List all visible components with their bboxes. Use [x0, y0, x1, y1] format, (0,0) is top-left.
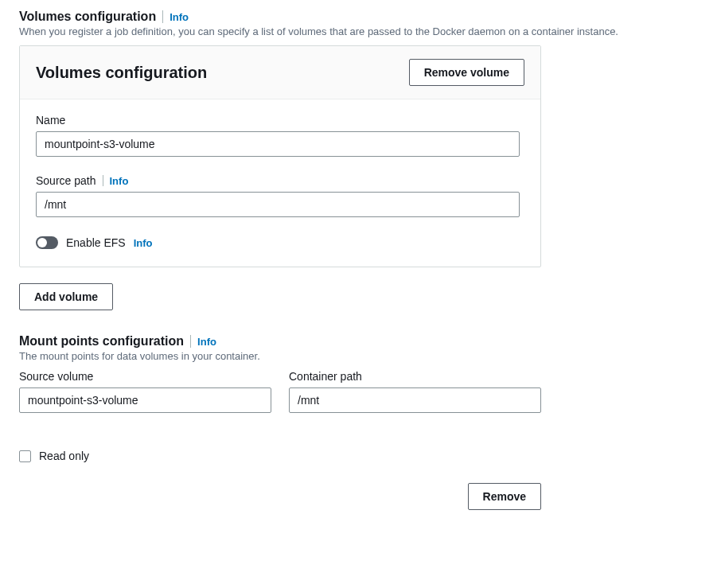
mount-fields-row: Source volume Container path [19, 370, 541, 413]
source-volume-input[interactable] [19, 387, 271, 413]
mount-title: Mount points configuration [19, 334, 184, 349]
divider [190, 335, 191, 348]
container-path-label: Container path [289, 370, 541, 383]
source-volume-field: Source volume [19, 370, 271, 413]
volume-panel-title: Volumes configuration [36, 64, 207, 82]
read-only-checkbox[interactable] [19, 450, 31, 462]
volume-source-path-input[interactable] [36, 192, 520, 217]
source-volume-label: Source volume [19, 370, 271, 383]
volume-panel-body: Name Source path Info Enable EFS Info [20, 99, 540, 267]
enable-efs-info-link[interactable]: Info [134, 237, 153, 249]
toggle-knob-icon [37, 238, 47, 247]
container-path-field: Container path [289, 370, 541, 413]
container-path-input[interactable] [289, 387, 541, 413]
divider [103, 175, 103, 186]
volume-name-field: Name [36, 114, 524, 157]
volume-panel: Volumes configuration Remove volume Name… [19, 45, 541, 267]
mount-description: The mount points for data volumes in you… [19, 350, 541, 362]
divider [162, 10, 163, 23]
volumes-info-link[interactable]: Info [170, 11, 189, 23]
volume-name-input[interactable] [36, 131, 520, 157]
enable-efs-toggle[interactable] [36, 236, 58, 249]
volumes-section-heading: Volumes configuration Info [19, 10, 702, 24]
add-volume-button[interactable]: Add volume [19, 283, 113, 310]
read-only-label: Read only [39, 450, 89, 462]
volume-panel-header: Volumes configuration Remove volume [20, 46, 540, 99]
volume-source-path-label: Source path [36, 174, 96, 187]
enable-efs-label: Enable EFS [66, 236, 126, 249]
enable-efs-row: Enable EFS Info [36, 236, 524, 249]
remove-mount-button[interactable]: Remove [468, 483, 541, 510]
volumes-description: When you register a job definition, you … [19, 25, 702, 37]
remove-volume-button[interactable]: Remove volume [409, 59, 524, 86]
mount-section-heading: Mount points configuration Info [19, 334, 541, 349]
volume-source-path-field: Source path Info [36, 174, 524, 217]
source-path-info-link[interactable]: Info [110, 175, 129, 187]
mount-info-link[interactable]: Info [197, 336, 216, 348]
read-only-row: Read only [19, 450, 541, 462]
volumes-title: Volumes configuration [19, 10, 156, 24]
volume-name-label: Name [36, 114, 65, 127]
